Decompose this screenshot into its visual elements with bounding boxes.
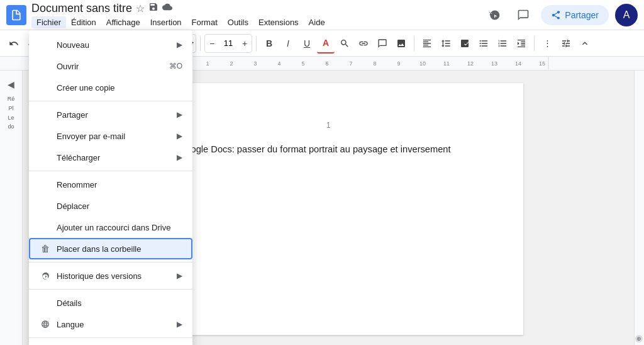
dropdown-overlay[interactable]: Nouveau ▶ Ouvrir ⌘O Créer une copie Part… xyxy=(0,0,644,345)
menu-config-page[interactable]: Configuration de la page xyxy=(29,341,192,345)
div1 xyxy=(29,101,192,101)
menu-partager[interactable]: Partager ▶ xyxy=(29,104,192,125)
renommer-label: Renommer xyxy=(57,180,182,189)
ouvrir-shortcut: ⌘O xyxy=(169,62,182,71)
ouvrir-label: Ouvrir xyxy=(57,62,169,71)
div2 xyxy=(29,171,192,171)
partager-arrow: ▶ xyxy=(177,110,182,119)
raccourci-label: Ajouter un raccourci dans Drive xyxy=(57,223,182,232)
corbeille-icon: 🗑 xyxy=(39,244,52,254)
deplacer-label: Déplacer xyxy=(57,201,182,211)
envoyer-email-label: Envoyer par e-mail xyxy=(57,132,177,141)
menu-deplacer[interactable]: Déplacer xyxy=(29,195,192,217)
telecharger-arrow: ▶ xyxy=(177,153,182,162)
partager-label: Partager xyxy=(57,110,177,120)
nouveau-label: Nouveau xyxy=(57,40,177,50)
menu-renommer[interactable]: Renommer xyxy=(29,174,192,195)
langue-icon xyxy=(39,320,52,329)
historique-arrow: ▶ xyxy=(177,271,182,280)
creer-copie-label: Créer une copie xyxy=(57,83,182,93)
menu-details[interactable]: Détails xyxy=(29,292,192,314)
corbeille-label: Placer dans la corbeille xyxy=(57,244,182,254)
menu-envoyer-email[interactable]: Envoyer par e-mail ▶ xyxy=(29,125,192,147)
envoyer-email-arrow: ▶ xyxy=(177,132,182,140)
details-label: Détails xyxy=(57,298,182,308)
menu-historique[interactable]: Historique des versions ▶ xyxy=(29,265,192,286)
langue-label: Langue xyxy=(57,320,177,329)
menu-telecharger[interactable]: Télécharger ▶ xyxy=(29,147,192,168)
menu-langue[interactable]: Langue ▶ xyxy=(29,314,192,335)
div4 xyxy=(29,289,192,290)
menu-corbeille[interactable]: 🗑 Placer dans la corbeille xyxy=(29,238,192,259)
menu-ouvrir[interactable]: Ouvrir ⌘O xyxy=(29,55,192,77)
fichier-dropdown: Nouveau ▶ Ouvrir ⌘O Créer une copie Part… xyxy=(29,30,192,345)
menu-nouveau[interactable]: Nouveau ▶ xyxy=(29,34,192,55)
telecharger-label: Télécharger xyxy=(57,153,177,162)
div5 xyxy=(29,337,192,338)
historique-icon xyxy=(39,271,52,280)
menu-raccourci-drive[interactable]: Ajouter un raccourci dans Drive xyxy=(29,217,192,238)
div3 xyxy=(29,262,192,263)
langue-arrow: ▶ xyxy=(177,320,182,329)
menu-creer-copie[interactable]: Créer une copie xyxy=(29,77,192,98)
historique-label: Historique des versions xyxy=(57,271,177,281)
nouveau-arrow: ▶ xyxy=(177,40,182,49)
